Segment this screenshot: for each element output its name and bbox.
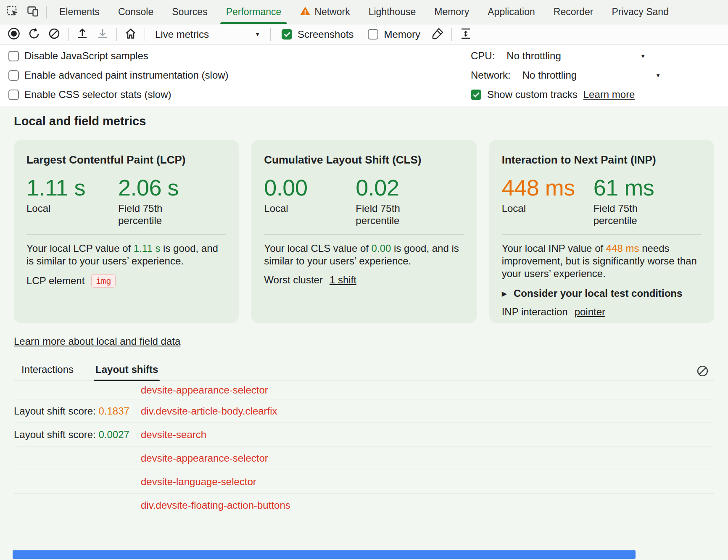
toolbar-separator	[46, 6, 47, 18]
screenshots-checkbox[interactable]: Screenshots	[282, 29, 353, 40]
live-metrics-dropdown[interactable]: Live metrics ▼	[149, 26, 266, 43]
memory-label: Memory	[384, 29, 420, 40]
tab-console[interactable]: Console	[109, 0, 163, 24]
tab-elements[interactable]: Elements	[50, 0, 109, 24]
inp-footer: INP interaction pointer	[502, 306, 702, 318]
home-icon	[124, 27, 137, 41]
local-label: Local	[264, 202, 331, 214]
clear-button[interactable]	[45, 26, 64, 43]
lcp-element-node-badge[interactable]: img	[91, 274, 116, 288]
download-icon	[96, 27, 109, 41]
cpu-throttling-select[interactable]: CPU: No throttling ▼	[471, 46, 728, 66]
custom-tracks-learn-more-link[interactable]: Learn more	[583, 89, 635, 100]
gc-button[interactable]	[428, 26, 447, 43]
tab-sources[interactable]: Sources	[163, 0, 216, 24]
chevron-down-icon: ▼	[640, 53, 646, 59]
inspect-element-button[interactable]	[3, 0, 23, 24]
score-value: 0.1837	[98, 405, 129, 417]
network-throttling-select[interactable]: Network: No throttling ▼	[471, 66, 728, 85]
score-value: 0.0027	[98, 429, 129, 440]
layout-shift-row: Layout shift score: 0.0027 devsite-searc…	[14, 423, 714, 446]
local-label: Local	[26, 202, 94, 214]
clear-icon	[48, 27, 61, 41]
settings-panel: Disable JavaScript samples Enable advanc…	[0, 45, 728, 107]
show-custom-tracks-label: Show custom tracks	[487, 89, 578, 100]
tab-recorder[interactable]: Recorder	[544, 0, 603, 24]
memory-checkbox[interactable]: Memory	[368, 29, 420, 40]
desc-value: 1.11 s	[134, 243, 161, 254]
toolbar-separator	[270, 28, 271, 41]
layout-shift-row: div.devsite-floating-action-buttons	[14, 494, 714, 517]
lcp-local-value: 1.11 s	[26, 176, 118, 200]
inp-field-value-col: 61 ms Field 75th percentile	[593, 176, 685, 227]
section-heading: Local and field metrics	[14, 114, 714, 128]
device-toolbar-button[interactable]	[23, 0, 43, 24]
tab-interactions[interactable]: Interactions	[20, 364, 75, 380]
warning-icon	[300, 6, 311, 18]
devtools-window: Elements Console Sources Performance Net…	[0, 0, 728, 560]
clear-logs-button[interactable]	[693, 363, 712, 380]
local-test-conditions-expander[interactable]: ▶ Consider your local test conditions	[502, 288, 702, 299]
shifted-element-link[interactable]: devsite-language-selector	[141, 476, 256, 488]
shifted-element-link[interactable]: devsite-search	[141, 429, 206, 441]
inp-local-value-col: 448 ms Local	[502, 176, 593, 227]
score-cell: Layout shift score: 0.0027	[14, 429, 141, 441]
tab-lighthouse[interactable]: Lighthouse	[359, 0, 425, 24]
tab-application[interactable]: Application	[478, 0, 544, 24]
lcp-element-label: LCP element	[26, 275, 84, 287]
score-cell: Layout shift score: 0.1837	[14, 405, 141, 417]
tab-label: Elements	[59, 6, 100, 18]
network-value: No throttling	[522, 69, 577, 81]
clear-icon	[696, 365, 709, 379]
field-data-learn-more-link[interactable]: Learn more about local and field data	[14, 335, 180, 347]
brush-icon	[431, 27, 444, 41]
save-profile-button[interactable]	[93, 26, 112, 43]
show-custom-tracks-checkbox[interactable]	[471, 90, 481, 100]
tab-layout-shifts[interactable]: Layout shifts	[94, 364, 160, 380]
load-profile-button[interactable]	[73, 26, 92, 43]
toolbar-separator	[145, 28, 145, 41]
home-button[interactable]	[121, 26, 140, 43]
inp-local-value: 448 ms	[502, 176, 593, 200]
live-metrics-label: Live metrics	[155, 29, 209, 40]
lcp-values: 1.11 s Local 2.06 s Field 75th percentil…	[26, 176, 226, 227]
inp-field-value: 61 ms	[593, 176, 685, 200]
upload-icon	[76, 27, 89, 41]
inp-card-title: Interaction to Next Paint (INP)	[502, 153, 702, 166]
advanced-paint-checkbox-box	[8, 70, 19, 81]
cpu-label: CPU:	[471, 50, 495, 62]
field-label: Field 75th percentile	[356, 202, 423, 227]
lcp-local-value-col: 1.11 s Local	[26, 176, 118, 227]
bottom-blue-bar	[13, 550, 636, 559]
shifted-element-link[interactable]: devsite-appearance-selector	[141, 384, 268, 396]
tab-label: Privacy Sand	[612, 6, 669, 18]
layout-shift-row: devsite-appearance-selector	[14, 381, 714, 399]
shifted-element-link[interactable]: div.devsite-article-body.clearfix	[141, 405, 277, 417]
tab-memory[interactable]: Memory	[425, 0, 478, 24]
inspect-icon	[6, 5, 19, 19]
panel-layout-button[interactable]	[456, 26, 475, 43]
score-label: Layout shift score:	[14, 429, 98, 440]
card-divider	[502, 234, 702, 235]
shifted-element-link[interactable]: div.devsite-floating-action-buttons	[141, 499, 290, 511]
tab-network[interactable]: Network	[290, 0, 359, 24]
worst-cluster-link[interactable]: 1 shift	[330, 274, 356, 286]
shifted-element-link[interactable]: devsite-appearance-selector	[141, 452, 268, 464]
record-and-reload-button[interactable]	[24, 26, 44, 43]
record-button[interactable]	[4, 26, 24, 43]
show-custom-tracks-row: Show custom tracks Learn more	[471, 85, 728, 104]
field-label: Field 75th percentile	[118, 202, 185, 227]
tab-privacy-sandbox[interactable]: Privacy Sand	[602, 0, 678, 24]
layout-shift-row: devsite-appearance-selector	[14, 446, 714, 470]
record-icon	[7, 27, 21, 42]
inp-interaction-link[interactable]: pointer	[575, 306, 605, 318]
inp-description: Your local INP value of 448 ms needs imp…	[502, 242, 702, 280]
inp-card: Interaction to Next Paint (INP) 448 ms L…	[489, 140, 714, 323]
lcp-card-title: Largest Contentful Paint (LCP)	[26, 153, 226, 166]
logs-tabbar: Interactions Layout shifts	[14, 362, 714, 381]
tab-label: Sources	[172, 6, 207, 18]
inp-values: 448 ms Local 61 ms Field 75th percentile	[502, 176, 702, 227]
tab-label: Network	[314, 6, 350, 18]
field-label: Field 75th percentile	[593, 202, 661, 227]
tab-performance[interactable]: Performance	[217, 0, 291, 24]
